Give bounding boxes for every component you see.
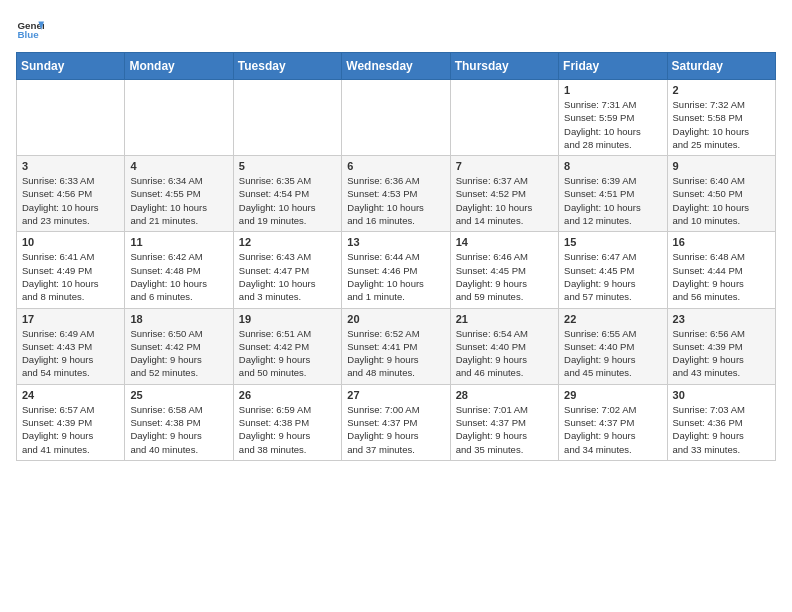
calendar-cell: 22Sunrise: 6:55 AM Sunset: 4:40 PM Dayli… (559, 308, 667, 384)
day-number: 2 (673, 84, 770, 96)
day-info: Sunrise: 6:49 AM Sunset: 4:43 PM Dayligh… (22, 327, 119, 380)
calendar-cell: 14Sunrise: 6:46 AM Sunset: 4:45 PM Dayli… (450, 232, 558, 308)
calendar-cell: 12Sunrise: 6:43 AM Sunset: 4:47 PM Dayli… (233, 232, 341, 308)
day-number: 26 (239, 389, 336, 401)
day-number: 17 (22, 313, 119, 325)
day-number: 14 (456, 236, 553, 248)
weekday-header-thursday: Thursday (450, 53, 558, 80)
day-number: 7 (456, 160, 553, 172)
day-number: 6 (347, 160, 444, 172)
calendar-cell: 9Sunrise: 6:40 AM Sunset: 4:50 PM Daylig… (667, 156, 775, 232)
weekday-header-monday: Monday (125, 53, 233, 80)
calendar-cell: 2Sunrise: 7:32 AM Sunset: 5:58 PM Daylig… (667, 80, 775, 156)
calendar-table: SundayMondayTuesdayWednesdayThursdayFrid… (16, 52, 776, 461)
day-number: 5 (239, 160, 336, 172)
weekday-header-sunday: Sunday (17, 53, 125, 80)
day-info: Sunrise: 6:40 AM Sunset: 4:50 PM Dayligh… (673, 174, 770, 227)
weekday-header-wednesday: Wednesday (342, 53, 450, 80)
calendar-cell (125, 80, 233, 156)
calendar-cell: 8Sunrise: 6:39 AM Sunset: 4:51 PM Daylig… (559, 156, 667, 232)
calendar-cell: 7Sunrise: 6:37 AM Sunset: 4:52 PM Daylig… (450, 156, 558, 232)
weekday-header-row: SundayMondayTuesdayWednesdayThursdayFrid… (17, 53, 776, 80)
day-number: 10 (22, 236, 119, 248)
day-number: 12 (239, 236, 336, 248)
calendar-cell: 23Sunrise: 6:56 AM Sunset: 4:39 PM Dayli… (667, 308, 775, 384)
calendar-week-row-1: 1Sunrise: 7:31 AM Sunset: 5:59 PM Daylig… (17, 80, 776, 156)
calendar-cell: 29Sunrise: 7:02 AM Sunset: 4:37 PM Dayli… (559, 384, 667, 460)
day-info: Sunrise: 6:33 AM Sunset: 4:56 PM Dayligh… (22, 174, 119, 227)
weekday-header-saturday: Saturday (667, 53, 775, 80)
calendar-cell: 19Sunrise: 6:51 AM Sunset: 4:42 PM Dayli… (233, 308, 341, 384)
day-number: 30 (673, 389, 770, 401)
day-number: 11 (130, 236, 227, 248)
day-info: Sunrise: 6:37 AM Sunset: 4:52 PM Dayligh… (456, 174, 553, 227)
day-number: 16 (673, 236, 770, 248)
day-number: 29 (564, 389, 661, 401)
weekday-header-tuesday: Tuesday (233, 53, 341, 80)
day-info: Sunrise: 6:42 AM Sunset: 4:48 PM Dayligh… (130, 250, 227, 303)
calendar-cell: 11Sunrise: 6:42 AM Sunset: 4:48 PM Dayli… (125, 232, 233, 308)
day-info: Sunrise: 6:41 AM Sunset: 4:49 PM Dayligh… (22, 250, 119, 303)
day-info: Sunrise: 6:47 AM Sunset: 4:45 PM Dayligh… (564, 250, 661, 303)
calendar-cell: 6Sunrise: 6:36 AM Sunset: 4:53 PM Daylig… (342, 156, 450, 232)
day-number: 21 (456, 313, 553, 325)
calendar-week-row-4: 17Sunrise: 6:49 AM Sunset: 4:43 PM Dayli… (17, 308, 776, 384)
calendar-cell: 5Sunrise: 6:35 AM Sunset: 4:54 PM Daylig… (233, 156, 341, 232)
calendar-cell (342, 80, 450, 156)
day-number: 13 (347, 236, 444, 248)
calendar-cell: 17Sunrise: 6:49 AM Sunset: 4:43 PM Dayli… (17, 308, 125, 384)
day-number: 24 (22, 389, 119, 401)
day-info: Sunrise: 7:32 AM Sunset: 5:58 PM Dayligh… (673, 98, 770, 151)
day-info: Sunrise: 6:56 AM Sunset: 4:39 PM Dayligh… (673, 327, 770, 380)
day-info: Sunrise: 6:57 AM Sunset: 4:39 PM Dayligh… (22, 403, 119, 456)
calendar-cell: 3Sunrise: 6:33 AM Sunset: 4:56 PM Daylig… (17, 156, 125, 232)
day-info: Sunrise: 6:43 AM Sunset: 4:47 PM Dayligh… (239, 250, 336, 303)
calendar-cell: 13Sunrise: 6:44 AM Sunset: 4:46 PM Dayli… (342, 232, 450, 308)
day-number: 25 (130, 389, 227, 401)
day-number: 22 (564, 313, 661, 325)
day-info: Sunrise: 6:35 AM Sunset: 4:54 PM Dayligh… (239, 174, 336, 227)
day-info: Sunrise: 6:54 AM Sunset: 4:40 PM Dayligh… (456, 327, 553, 380)
calendar-cell: 26Sunrise: 6:59 AM Sunset: 4:38 PM Dayli… (233, 384, 341, 460)
day-info: Sunrise: 6:39 AM Sunset: 4:51 PM Dayligh… (564, 174, 661, 227)
calendar-week-row-5: 24Sunrise: 6:57 AM Sunset: 4:39 PM Dayli… (17, 384, 776, 460)
calendar-cell: 18Sunrise: 6:50 AM Sunset: 4:42 PM Dayli… (125, 308, 233, 384)
calendar-cell (450, 80, 558, 156)
svg-text:Blue: Blue (17, 29, 39, 40)
day-info: Sunrise: 6:51 AM Sunset: 4:42 PM Dayligh… (239, 327, 336, 380)
day-info: Sunrise: 7:01 AM Sunset: 4:37 PM Dayligh… (456, 403, 553, 456)
page-header: General Blue (16, 16, 776, 44)
calendar-cell (17, 80, 125, 156)
day-number: 18 (130, 313, 227, 325)
calendar-cell: 20Sunrise: 6:52 AM Sunset: 4:41 PM Dayli… (342, 308, 450, 384)
day-number: 28 (456, 389, 553, 401)
calendar-cell: 25Sunrise: 6:58 AM Sunset: 4:38 PM Dayli… (125, 384, 233, 460)
day-number: 9 (673, 160, 770, 172)
day-number: 3 (22, 160, 119, 172)
calendar-cell: 1Sunrise: 7:31 AM Sunset: 5:59 PM Daylig… (559, 80, 667, 156)
calendar-cell: 15Sunrise: 6:47 AM Sunset: 4:45 PM Dayli… (559, 232, 667, 308)
day-info: Sunrise: 6:52 AM Sunset: 4:41 PM Dayligh… (347, 327, 444, 380)
calendar-cell: 16Sunrise: 6:48 AM Sunset: 4:44 PM Dayli… (667, 232, 775, 308)
day-number: 20 (347, 313, 444, 325)
day-info: Sunrise: 7:00 AM Sunset: 4:37 PM Dayligh… (347, 403, 444, 456)
day-info: Sunrise: 7:03 AM Sunset: 4:36 PM Dayligh… (673, 403, 770, 456)
calendar-cell: 21Sunrise: 6:54 AM Sunset: 4:40 PM Dayli… (450, 308, 558, 384)
calendar-week-row-2: 3Sunrise: 6:33 AM Sunset: 4:56 PM Daylig… (17, 156, 776, 232)
day-number: 4 (130, 160, 227, 172)
calendar-cell: 30Sunrise: 7:03 AM Sunset: 4:36 PM Dayli… (667, 384, 775, 460)
calendar-cell: 27Sunrise: 7:00 AM Sunset: 4:37 PM Dayli… (342, 384, 450, 460)
logo: General Blue (16, 16, 44, 44)
day-info: Sunrise: 7:31 AM Sunset: 5:59 PM Dayligh… (564, 98, 661, 151)
day-info: Sunrise: 6:50 AM Sunset: 4:42 PM Dayligh… (130, 327, 227, 380)
day-number: 1 (564, 84, 661, 96)
day-info: Sunrise: 6:48 AM Sunset: 4:44 PM Dayligh… (673, 250, 770, 303)
day-number: 23 (673, 313, 770, 325)
day-info: Sunrise: 6:34 AM Sunset: 4:55 PM Dayligh… (130, 174, 227, 227)
day-info: Sunrise: 7:02 AM Sunset: 4:37 PM Dayligh… (564, 403, 661, 456)
calendar-cell (233, 80, 341, 156)
calendar-cell: 24Sunrise: 6:57 AM Sunset: 4:39 PM Dayli… (17, 384, 125, 460)
calendar-cell: 4Sunrise: 6:34 AM Sunset: 4:55 PM Daylig… (125, 156, 233, 232)
day-info: Sunrise: 6:59 AM Sunset: 4:38 PM Dayligh… (239, 403, 336, 456)
day-number: 19 (239, 313, 336, 325)
